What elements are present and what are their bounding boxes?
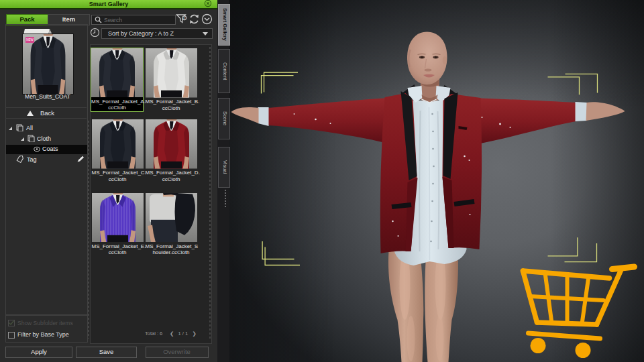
- svg-text:0: 0: [183, 16, 185, 20]
